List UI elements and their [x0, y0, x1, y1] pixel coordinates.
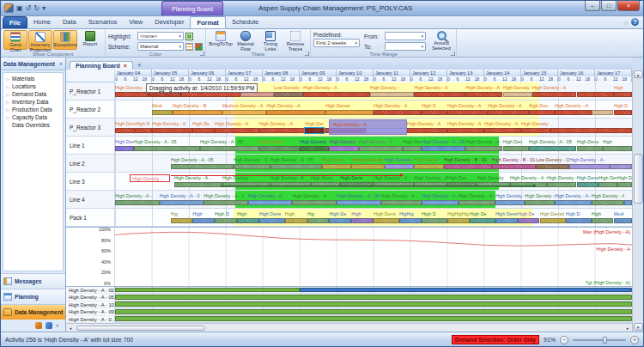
activity-bar[interactable] — [555, 200, 592, 205]
activity-bar[interactable] — [222, 182, 270, 187]
activity-bar[interactable] — [495, 200, 525, 205]
activity-bar[interactable] — [414, 182, 447, 187]
activity-bar[interactable] — [322, 164, 351, 169]
context-tab-header[interactable]: Planning Board — [161, 1, 223, 15]
activity-bar[interactable] — [340, 182, 374, 187]
activity-bar[interactable] — [200, 146, 259, 151]
activity-bar[interactable] — [270, 182, 311, 187]
activity-bar[interactable] — [292, 200, 337, 205]
highlight-options-icon[interactable] — [185, 33, 193, 40]
activity-bar[interactable] — [174, 182, 222, 187]
activity-bar[interactable] — [192, 128, 215, 133]
new-tab-icon[interactable]: + — [137, 61, 142, 70]
activity-bar[interactable] — [598, 182, 617, 187]
trace-outline-box[interactable]: High Density - — [130, 174, 170, 182]
activity-bar[interactable] — [577, 182, 599, 187]
overview-bar[interactable] — [115, 288, 300, 293]
close-button[interactable]: × — [617, 1, 640, 11]
collapse-panel-icon[interactable]: « — [59, 61, 63, 67]
activity-bar[interactable] — [484, 128, 521, 133]
expand-icon[interactable]: ▷ — [6, 76, 10, 82]
activity-bar[interactable] — [374, 218, 399, 223]
dialog-launcher-icon[interactable] — [200, 52, 204, 56]
zoom-in-button[interactable]: + — [630, 336, 639, 344]
undo-icon[interactable]: ↺ — [26, 4, 32, 13]
ribbon-tab-scenarios[interactable]: Scenarios — [82, 16, 123, 28]
activity-bar[interactable] — [614, 218, 633, 223]
activity-bar[interactable] — [259, 218, 285, 223]
activity-bar[interactable] — [285, 218, 307, 223]
activity-bar[interactable] — [592, 110, 614, 115]
activity-bar[interactable] — [610, 164, 632, 169]
dialog-launcher-icon[interactable] — [305, 52, 309, 56]
activity-bar[interactable] — [617, 182, 632, 187]
activity-bar[interactable] — [603, 146, 632, 151]
activity-bar[interactable] — [592, 200, 625, 205]
qat-dropdown-icon[interactable]: ▾ — [42, 4, 46, 13]
report-button[interactable]: Report — [78, 30, 102, 50]
ribbon-tab-developer[interactable]: Developer — [149, 16, 190, 28]
nav-button-messages[interactable]: Messages — [1, 273, 65, 289]
activity-bar[interactable] — [444, 164, 492, 169]
activity-bar[interactable] — [529, 110, 555, 115]
ribbon-tab-home[interactable]: Home — [27, 16, 57, 28]
expand-icon[interactable]: ▷ — [6, 92, 10, 97]
vertical-scrollbar[interactable]: ▴ ▾ — [632, 70, 643, 332]
activity-bar[interactable] — [307, 218, 330, 223]
zoom-slider-thumb[interactable] — [603, 337, 607, 344]
activity-bar[interactable] — [325, 110, 374, 115]
activity-bar[interactable] — [525, 200, 554, 205]
activity-bar[interactable] — [300, 146, 329, 151]
activity-bar[interactable] — [222, 110, 267, 115]
activity-bar[interactable] — [115, 200, 160, 205]
activity-bar[interactable] — [351, 164, 385, 169]
nav-button-planning[interactable]: Planning — [1, 289, 65, 304]
to-select[interactable]: ▾ — [385, 42, 426, 51]
planning-board-tab[interactable]: Planning Board × — [70, 61, 133, 70]
activity-bar[interactable] — [414, 164, 443, 169]
activity-bar[interactable] — [274, 92, 303, 97]
timing-links-button[interactable]: Timing Links — [258, 30, 283, 50]
sidebar-item-data-overrides[interactable]: Data Overrides — [3, 121, 63, 129]
activity-bar[interactable] — [259, 146, 300, 151]
overview-bar[interactable] — [115, 316, 632, 321]
activity-bar[interactable] — [447, 110, 488, 115]
activity-bar[interactable] — [614, 92, 633, 97]
maximize-button[interactable]: □ — [601, 1, 617, 11]
activity-bar[interactable] — [465, 92, 502, 97]
activity-bar[interactable] — [237, 218, 259, 223]
ribbon-tab-file[interactable]: File — [3, 16, 27, 28]
inventory-projection-button[interactable]: Inventory Projection — [28, 30, 52, 50]
scrollbar-thumb[interactable] — [634, 154, 643, 204]
activity-bar[interactable] — [521, 128, 550, 133]
activity-bar[interactable] — [495, 218, 518, 223]
activity-bar[interactable] — [351, 218, 374, 223]
panel-options-icon[interactable] — [46, 322, 52, 329]
activity-bar[interactable] — [547, 182, 576, 187]
activity-bar[interactable] — [403, 146, 422, 151]
activity-bar[interactable] — [329, 218, 351, 223]
activity-bar[interactable] — [399, 218, 422, 223]
overview-bar[interactable] — [115, 309, 632, 314]
material-flow-button[interactable]: Material Flow — [234, 30, 258, 50]
activity-bar[interactable] — [566, 218, 592, 223]
exceptions-button[interactable]: Exceptions — [53, 30, 77, 50]
dialog-launcher-icon[interactable] — [451, 52, 455, 56]
activity-bar[interactable] — [173, 110, 222, 115]
activity-bar[interactable] — [160, 200, 204, 205]
nav-button-data-management[interactable]: Data Management — [1, 304, 65, 320]
activity-bar[interactable] — [614, 110, 633, 115]
configure-buttons-icon[interactable] — [35, 322, 42, 329]
overview-bar[interactable] — [115, 295, 632, 300]
activity-bar[interactable] — [465, 146, 502, 151]
activity-bar[interactable] — [510, 182, 547, 187]
scheme-options-icon[interactable] — [195, 43, 203, 51]
expand-icon[interactable]: ▷ — [6, 100, 10, 105]
activity-bar[interactable] — [459, 200, 495, 205]
activity-bar[interactable] — [381, 200, 422, 205]
chevron-down-icon[interactable]: ▾ — [56, 323, 58, 328]
minimize-button[interactable]: – — [585, 1, 600, 11]
gantt-chart-button[interactable]: Gantt Chart — [3, 30, 27, 50]
bringtotop-button[interactable]: BringToTop — [209, 30, 233, 50]
activity-bar[interactable] — [503, 146, 529, 151]
